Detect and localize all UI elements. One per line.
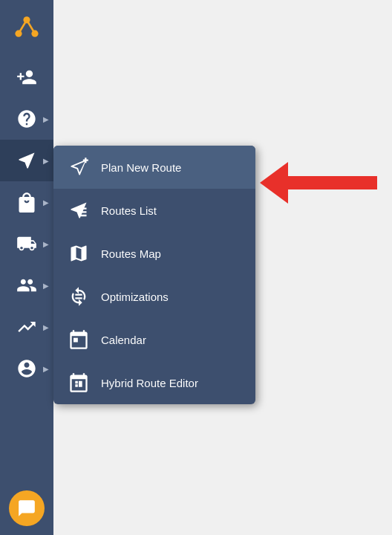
routes-dropdown: Plan New Route Routes List Routes Map Op…	[53, 146, 255, 404]
hybrid-route-editor-label: Hybrid Route Editor	[101, 377, 198, 389]
routes-map-label: Routes Map	[101, 247, 161, 260]
chat-button-container	[9, 490, 45, 526]
sidebar-item-add-user[interactable]	[0, 56, 53, 98]
plan-new-route-label: Plan New Route	[101, 161, 181, 174]
red-arrow	[260, 162, 377, 204]
svg-line-3	[19, 20, 27, 33]
chat-button[interactable]	[9, 490, 45, 526]
settings-chevron: ▶	[43, 365, 49, 373]
sidebar-item-tracking[interactable]: ▶	[0, 223, 53, 265]
sidebar-item-help[interactable]: ▶	[0, 98, 53, 140]
sidebar-item-routes[interactable]: ▶	[0, 140, 53, 181]
arrow-head	[260, 162, 288, 204]
routes-chevron: ▶	[43, 157, 49, 165]
svg-line-4	[27, 20, 35, 33]
calendar-label: Calendar	[101, 334, 146, 346]
routes-list-icon	[67, 198, 91, 222]
routes-map-icon	[67, 241, 91, 265]
tracking-chevron: ▶	[43, 240, 49, 248]
routes-list-label: Routes List	[101, 204, 157, 217]
sidebar-item-analytics[interactable]: ▶	[0, 306, 53, 348]
hybrid-route-editor-icon	[67, 371, 91, 395]
analytics-chevron: ▶	[43, 323, 49, 331]
help-chevron: ▶	[43, 115, 49, 123]
sidebar-item-settings[interactable]: ▶	[0, 348, 53, 389]
orders-chevron: ▶	[43, 198, 49, 207]
sidebar: ▶ ▶ ▶ ▶ ▶ ▶ ▶	[0, 0, 53, 535]
sidebar-item-orders[interactable]: ▶	[0, 181, 53, 223]
dropdown-item-plan-new-route[interactable]: Plan New Route	[53, 146, 255, 189]
dropdown-item-routes-list[interactable]: Routes List	[53, 189, 255, 232]
app-logo[interactable]	[0, 0, 53, 54]
dropdown-item-routes-map[interactable]: Routes Map	[53, 232, 255, 275]
optimizations-icon	[67, 285, 91, 308]
team-chevron: ▶	[43, 282, 49, 290]
plan-new-route-icon	[67, 155, 91, 179]
optimizations-label: Optimizations	[101, 291, 169, 303]
dropdown-item-hybrid-route-editor[interactable]: Hybrid Route Editor	[53, 361, 255, 404]
sidebar-item-team[interactable]: ▶	[0, 265, 53, 306]
dropdown-item-optimizations[interactable]: Optimizations	[53, 275, 255, 318]
calendar-icon	[67, 328, 91, 351]
arrow-body	[288, 176, 377, 189]
dropdown-item-calendar[interactable]: Calendar	[53, 318, 255, 361]
